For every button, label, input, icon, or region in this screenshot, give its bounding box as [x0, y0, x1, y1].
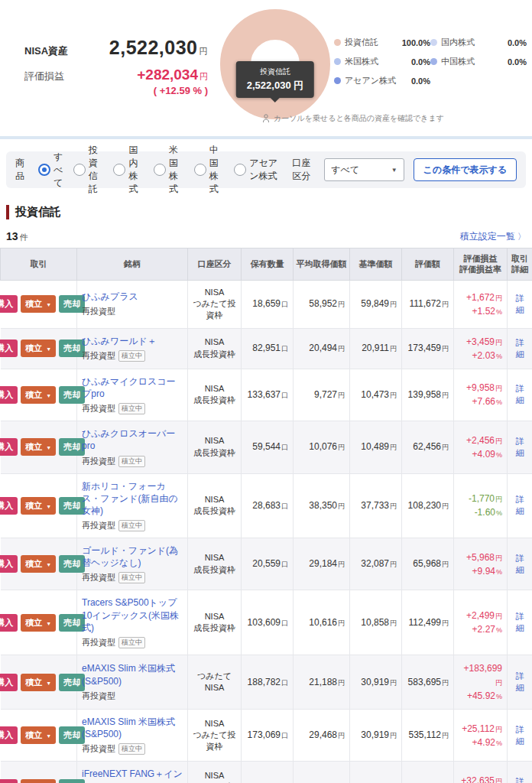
fund-name-link[interactable]: ひふみマイクロスコープpro — [82, 375, 183, 400]
quantity-cell: 173,069口 — [242, 710, 294, 762]
accumulating-badge: 積立中 — [118, 637, 145, 648]
product-radio-中国株式[interactable]: 中国株式 — [194, 144, 226, 196]
asset-allocation-donut[interactable]: 投資信託 2,522,030 円 — [220, 9, 330, 119]
buy-button[interactable]: 購入 — [0, 497, 18, 515]
radio-label: すべて — [54, 151, 65, 190]
fund-name-link[interactable]: eMAXIS Slim 米国株式(S&P500) — [82, 662, 183, 687]
value-cell: 65,968円 — [402, 538, 454, 590]
product-radio-アセアン株式[interactable]: アセアン株式 — [234, 157, 277, 183]
detail-link[interactable]: 詳細 — [516, 437, 524, 457]
account-type-label: 口座区分 — [292, 157, 316, 183]
chevron-down-icon: ▼ — [46, 346, 51, 352]
accumulate-button[interactable]: 積立 ▼ — [21, 726, 56, 744]
tooltip-value: 2,522,030 円 — [247, 79, 303, 93]
pl-rate: ( +12.59 % ) — [137, 85, 208, 96]
legend-value: 0.0% — [508, 57, 527, 67]
radio-label: 国内株式 — [128, 144, 145, 196]
detail-link[interactable]: 詳細 — [516, 777, 524, 783]
accumulate-button[interactable]: 積立 ▼ — [21, 614, 56, 632]
pl-cell: +183,699円+45.92% — [454, 655, 508, 710]
buy-button[interactable]: 購入 — [0, 386, 18, 404]
radio-icon[interactable] — [154, 164, 166, 176]
legend-dot-icon — [334, 58, 341, 65]
buy-button[interactable]: 購入 — [0, 295, 18, 313]
account-type-value: すべて — [331, 164, 359, 177]
accumulate-button[interactable]: 積立 ▼ — [21, 295, 56, 313]
radio-icon[interactable] — [234, 164, 246, 176]
table-row: 購入積立 ▼売却eMAXIS Slim 米国株式(S&P500)再投資型つみたて… — [1, 655, 532, 710]
holdings-table-head: 取引銘柄口座区分保有数量平均取得価額基準価額評価額評価損益評価損益率取引詳細 — [1, 249, 532, 281]
table-row: 購入積立 ▼売却iFreeNEXT FANG＋インデックス再投資型積立中NISA… — [1, 762, 532, 783]
accumulating-badge: 積立中 — [118, 572, 145, 583]
account-type-select[interactable]: すべて ▼ — [324, 158, 404, 181]
asset-unit: 円 — [200, 47, 209, 56]
buy-button[interactable]: 購入 — [0, 726, 18, 744]
detail-link[interactable]: 詳細 — [516, 294, 524, 314]
product-radio-国内株式[interactable]: 国内株式 — [113, 144, 145, 196]
detail-link[interactable]: 詳細 — [516, 725, 524, 746]
legend-value: 0.0% — [508, 38, 527, 47]
table-row: 購入積立 ▼売却Tracers S&P500トップ10インデックス(米国株式)再… — [1, 590, 532, 655]
accumulation-settings-link[interactable]: 積立設定一覧 〉 — [460, 230, 526, 243]
legend-label: 投資信託 — [345, 37, 401, 48]
detail-link[interactable]: 詳細 — [516, 495, 524, 515]
table-row: 購入積立 ▼売却ひふみマイクロスコープpro再投資型積立中NISA成長投資枠13… — [1, 369, 532, 421]
accumulate-button[interactable]: 積立 ▼ — [21, 386, 56, 404]
fund-type-label: 再投資型 — [82, 456, 115, 467]
detail-link[interactable]: 詳細 — [516, 384, 524, 404]
column-header: 口座区分 — [188, 249, 242, 281]
fund-name-link[interactable]: ゴールド・ファンド(為替ヘッジなし) — [82, 544, 183, 569]
quantity-cell: 59,544口 — [242, 421, 294, 473]
nav-cell: 30,919円 — [350, 655, 402, 710]
fund-name-link[interactable]: eMAXIS Slim 米国株式(S&P500) — [82, 716, 183, 740]
apply-filter-button[interactable]: この条件で表示する — [414, 158, 517, 181]
buy-button[interactable]: 購入 — [0, 614, 18, 632]
detail-link[interactable]: 詳細 — [516, 554, 524, 574]
fund-type-label: 再投資型 — [82, 403, 115, 414]
fund-name-link[interactable]: ひふみクロスオーバーpro — [82, 427, 183, 452]
buy-button[interactable]: 購入 — [0, 438, 18, 456]
avg-cost-cell: 56,409円 — [294, 762, 350, 783]
section-title: 投資信託 — [6, 205, 526, 219]
detail-link[interactable]: 詳細 — [516, 671, 524, 692]
count-row: 13件 積立設定一覧 〉 — [6, 230, 526, 243]
fund-name-link[interactable]: iFreeNEXT FANG＋インデックス — [82, 768, 183, 783]
accumulate-button[interactable]: 積立 ▼ — [21, 674, 56, 691]
detail-link[interactable]: 詳細 — [516, 338, 524, 359]
radio-icon[interactable] — [73, 164, 86, 176]
accumulate-button[interactable]: 積立 ▼ — [21, 779, 56, 783]
buy-button[interactable]: 購入 — [0, 340, 18, 357]
fund-name-link[interactable]: 新ホリコ・フォーカス・ファンド(新自由の女神) — [82, 480, 183, 518]
fund-type-label: 再投資型 — [82, 637, 115, 648]
product-radio-米国株式[interactable]: 米国株式 — [154, 144, 186, 196]
radio-label: 投資信託 — [89, 144, 105, 196]
pl-cell: +5,968円+9.94% — [454, 538, 508, 590]
radio-icon[interactable] — [38, 164, 50, 176]
accumulate-button[interactable]: 積立 ▼ — [21, 340, 56, 357]
quantity-cell: 82,951口 — [242, 328, 294, 369]
accumulate-button[interactable]: 積立 ▼ — [21, 555, 56, 573]
accumulating-badge: 積立中 — [118, 403, 145, 414]
chevron-down-icon: ▼ — [46, 393, 51, 398]
buy-button[interactable]: 購入 — [0, 674, 18, 691]
value-cell: 108,230円 — [402, 473, 454, 538]
product-radio-すべて[interactable]: すべて — [38, 151, 65, 190]
legend-item: 国内株式0.0% — [430, 37, 527, 48]
nav-cell: 67,238円 — [350, 762, 402, 783]
radio-icon[interactable] — [113, 164, 125, 176]
asset-label: NISA資産 — [24, 44, 86, 58]
buy-button[interactable]: 購入 — [0, 555, 18, 573]
accumulate-button[interactable]: 積立 ▼ — [21, 438, 56, 456]
chevron-right-icon: 〉 — [517, 232, 526, 241]
product-radio-投資信託[interactable]: 投資信託 — [73, 144, 105, 196]
legend-label: 米国株式 — [345, 56, 410, 67]
detail-link[interactable]: 詳細 — [516, 612, 524, 632]
chevron-down-icon: ▼ — [391, 167, 397, 174]
avg-cost-cell: 9,727円 — [294, 369, 350, 421]
fund-name-link[interactable]: ひふみワールド＋ — [82, 335, 183, 347]
fund-name-link[interactable]: Tracers S&P500トップ10インデックス(米国株式) — [82, 596, 183, 634]
accumulate-button[interactable]: 積立 ▼ — [21, 497, 56, 515]
fund-name-link[interactable]: ひふみプラス — [82, 291, 183, 303]
buy-button[interactable]: 購入 — [0, 779, 18, 783]
radio-icon[interactable] — [194, 164, 206, 176]
